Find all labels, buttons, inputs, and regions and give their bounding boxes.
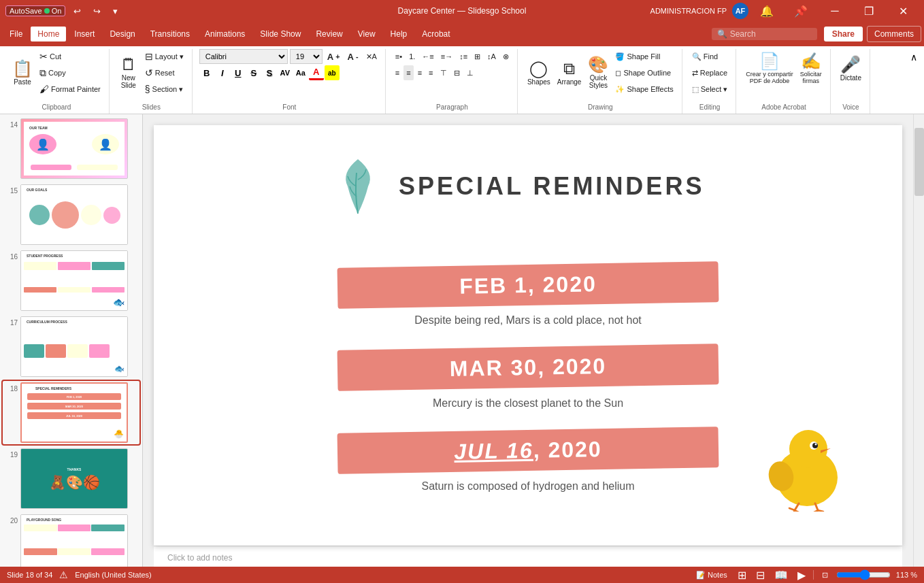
menu-design[interactable]: Design <box>103 27 142 41</box>
quick-styles-button[interactable]: 🎨 Quick Styles <box>585 53 611 93</box>
line-spacing-button[interactable]: ↕≡ <box>457 49 470 64</box>
slide-canvas[interactable]: SPECIAL REMINDERS FEB 1, 2020 Despite be… <box>154 125 902 546</box>
slide-thumb-14[interactable]: 14 OUR TEAM 👤 👤 <box>3 117 139 180</box>
align-left-button[interactable]: ≡ <box>393 65 402 80</box>
notes-button[interactable]: 📝 Notes <box>693 571 730 580</box>
notifications-button[interactable]: 🔔 <box>751 0 782 22</box>
paste-button[interactable]: 📋 Paste <box>10 53 35 93</box>
shape-effects-button[interactable]: ✨ Shape Effects <box>612 82 676 97</box>
cut-button[interactable]: ✂ Cut <box>37 49 103 64</box>
search-input[interactable] <box>730 29 812 39</box>
autosave-badge[interactable]: AutoSave On <box>5 5 65 16</box>
shape-outline-button[interactable]: ◻ Shape Outline <box>612 65 676 80</box>
share-button[interactable]: Share <box>824 27 863 41</box>
format-painter-button[interactable]: 🖌 Format Painter <box>37 82 103 97</box>
menu-file[interactable]: File <box>3 27 29 41</box>
minimize-button[interactable]: ─ <box>819 0 851 22</box>
increase-indent-button[interactable]: ≡→ <box>438 49 455 64</box>
bullets-button[interactable]: ≡• <box>393 49 405 64</box>
quick-access-customize[interactable]: ▾ <box>109 5 122 18</box>
slide-thumb-20[interactable]: 20 PLAYGROUND SONG <box>3 513 139 567</box>
restore-button[interactable]: ❐ <box>853 0 885 22</box>
underline-button[interactable]: U <box>231 65 246 80</box>
menu-transitions[interactable]: Transitions <box>144 27 197 41</box>
section-button[interactable]: § Section ▾ <box>142 82 186 97</box>
justify-button[interactable]: ≡ <box>426 65 435 80</box>
increase-font-button[interactable]: A+ <box>325 49 343 64</box>
align-top-button[interactable]: ⊤ <box>438 65 450 80</box>
decrease-indent-button[interactable]: ←≡ <box>419 49 436 64</box>
bold-button[interactable]: B <box>199 65 214 80</box>
font-family-selector[interactable]: Calibri <box>199 49 288 64</box>
shapes-button[interactable]: ◯ Shapes <box>525 53 553 93</box>
view-slide-sorter-button[interactable]: ⊟ <box>754 569 767 582</box>
notes-bar[interactable]: Click to add notes <box>154 546 902 567</box>
select-button[interactable]: ⬚ Select ▾ <box>689 82 731 97</box>
highlight-button[interactable]: ab <box>325 65 340 80</box>
align-right-button[interactable]: ≡ <box>415 65 425 80</box>
view-reading-button[interactable]: 📖 <box>772 569 790 582</box>
shape-fill-button[interactable]: 🪣 Shape Fill <box>612 49 676 64</box>
zoom-slider[interactable] <box>836 569 891 580</box>
undo-button[interactable]: ↩ <box>69 5 85 18</box>
replace-button[interactable]: ⇄ Replace <box>689 65 730 80</box>
close-button[interactable]: ✕ <box>887 0 919 22</box>
italic-button[interactable]: I <box>215 65 230 80</box>
fit-slide-button[interactable]: ⊡ <box>819 571 831 580</box>
slide-thumb-16[interactable]: 16 STUDENT PROGRESS 🐟 <box>3 249 139 312</box>
change-case-button[interactable]: Aa <box>293 65 308 80</box>
view-normal-button[interactable]: ⊞ <box>736 569 748 582</box>
date-banner-3[interactable]: JUL 16, 2020 <box>337 427 719 474</box>
request-sign-button[interactable]: ✍ Solicitar firmas <box>797 49 825 88</box>
font-size-selector[interactable]: 19 <box>290 49 323 64</box>
menu-animations[interactable]: Animations <box>198 27 252 41</box>
ribbon-toggle-button[interactable]: 📌 <box>785 0 816 22</box>
comments-button[interactable]: Comments <box>867 26 921 42</box>
strikethrough-button[interactable]: S <box>246 65 261 80</box>
menu-acrobat[interactable]: Acrobat <box>415 27 457 41</box>
menu-insert[interactable]: Insert <box>67 27 101 41</box>
find-button[interactable]: 🔍 Find <box>689 49 721 64</box>
slide-thumb-19[interactable]: 19 THANKS 🧸🎨🏀 <box>3 447 139 510</box>
menu-view[interactable]: View <box>351 27 382 41</box>
menu-help[interactable]: Help <box>384 27 414 41</box>
arrange-button[interactable]: ⧉ Arrange <box>555 53 584 93</box>
user-avatar[interactable]: AF <box>732 3 748 19</box>
replace-icon: ⇄ <box>692 69 698 78</box>
slide-thumb-17[interactable]: 17 CURRICULUM PROCESS 🐟 <box>3 315 139 378</box>
slide-thumb-18[interactable]: 18 SPECIAL REMINDERS FEB 1, 2020 MAR 30,… <box>3 381 139 444</box>
clear-format-button[interactable]: ✕A <box>363 49 380 64</box>
dictate-button[interactable]: 🎤 Dictate <box>838 49 864 88</box>
menu-review[interactable]: Review <box>309 27 349 41</box>
numbering-button[interactable]: 1. <box>406 49 418 64</box>
date-banner-1[interactable]: FEB 1, 2020 <box>337 261 719 309</box>
decrease-font-button[interactable]: A- <box>345 49 361 64</box>
text-direction-button[interactable]: ↕A <box>484 49 499 64</box>
reset-button[interactable]: ↺ Reset <box>142 65 186 80</box>
add-remove-columns-button[interactable]: ⊞ <box>472 49 483 64</box>
copy-button[interactable]: ⧉ Copy <box>37 65 103 80</box>
create-pdf-button[interactable]: 📄 Crear y compartir PDF de Adobe <box>743 49 796 88</box>
align-middle-button[interactable]: ⊟ <box>451 65 463 80</box>
slide-thumb-15[interactable]: 15 OUR GOALS <box>3 183 139 246</box>
layout-button[interactable]: ⊟ Layout ▾ <box>142 49 186 64</box>
character-spacing-button[interactable]: AV <box>278 65 293 80</box>
menu-slideshow[interactable]: Slide Show <box>253 27 308 41</box>
view-slideshow-button[interactable]: ▶ <box>795 569 808 582</box>
search-box[interactable]: 🔍 <box>712 28 817 40</box>
date-banner-2[interactable]: MAR 30, 2020 <box>337 344 719 391</box>
shadow-button[interactable]: S <box>262 65 277 80</box>
status-bar: Slide 18 of 34 ⚠ English (United States)… <box>0 567 924 583</box>
redo-button[interactable]: ↪ <box>89 5 105 18</box>
menu-home[interactable]: Home <box>31 27 66 41</box>
convert-smartart-button[interactable]: ⊗ <box>500 49 512 64</box>
date-text-3: JUL 16, 2020 <box>454 437 602 465</box>
copy-icon: ⧉ <box>39 67 46 79</box>
date-text-2: MAR 30, 2020 <box>450 353 607 381</box>
align-center-button[interactable]: ≡ <box>403 65 413 80</box>
svg-line-10 <box>815 503 818 510</box>
new-slide-button[interactable]: 🗒 New Slide <box>116 53 141 93</box>
collapse-ribbon-button[interactable]: ∧ <box>908 49 920 65</box>
font-color-button[interactable]: A <box>309 65 324 80</box>
align-bottom-button[interactable]: ⊥ <box>464 65 476 80</box>
